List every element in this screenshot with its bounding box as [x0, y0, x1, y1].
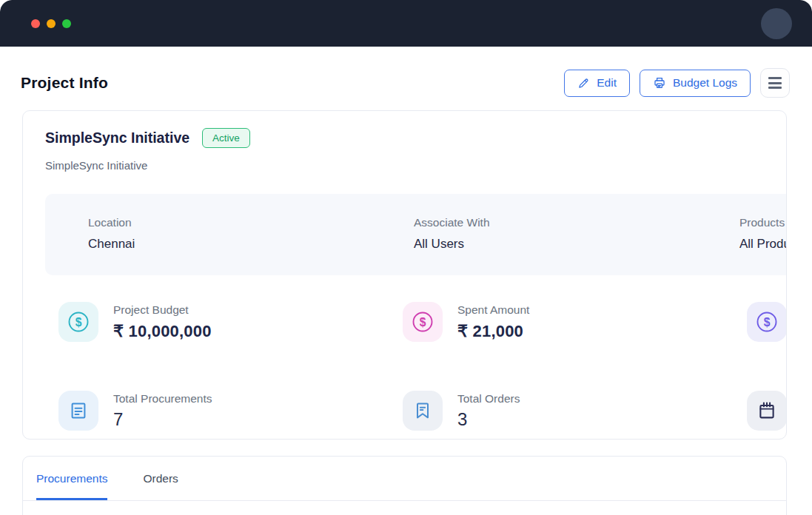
- dollar-circle-icon: $: [747, 302, 787, 342]
- minimize-window-button[interactable]: [47, 19, 56, 28]
- stat-label: Total Orders: [457, 391, 520, 405]
- user-avatar[interactable]: [761, 8, 792, 39]
- project-description: SimpleSync Initiative: [23, 148, 786, 172]
- detail-tabs-card: Procurements Orders: [22, 456, 787, 515]
- detail-products: Products All Products: [739, 216, 787, 252]
- stat-value: ₹ 21,000: [457, 322, 529, 341]
- detail-label: Location: [88, 216, 414, 229]
- document-icon: [58, 391, 98, 431]
- stat-spent-amount: $ Spent Amount ₹ 21,000: [403, 302, 747, 342]
- page-header: Project Info Edit: [0, 47, 812, 110]
- zoom-window-button[interactable]: [62, 19, 71, 28]
- stat-value: 7: [113, 409, 212, 430]
- stat-value: ₹ 10,000,000: [113, 322, 212, 341]
- dollar-circle-icon: $: [58, 302, 98, 342]
- detail-value: All Users: [414, 237, 739, 252]
- bookmark-icon: [403, 391, 443, 431]
- detail-location: Location Chennai: [88, 216, 414, 252]
- project-stats: $ Project Budget ₹ 10,000,000 $ Spent Am…: [58, 302, 787, 431]
- svg-text:$: $: [420, 316, 426, 329]
- stat-label: Total Procurements: [113, 391, 212, 405]
- stat-label: Project Budget: [113, 302, 212, 317]
- tab-orders[interactable]: Orders: [143, 457, 178, 500]
- budget-logs-button-label: Budget Logs: [673, 76, 737, 90]
- detail-value: Chennai: [88, 237, 414, 252]
- edit-button[interactable]: Edit: [564, 70, 630, 97]
- stat-value: 3: [457, 409, 520, 430]
- tabs-row: Procurements Orders: [23, 457, 786, 501]
- window-controls: [31, 19, 71, 28]
- close-window-button[interactable]: [31, 19, 40, 28]
- tab-procurements[interactable]: Procurements: [36, 457, 107, 500]
- detail-associate-with: Associate With All Users: [414, 216, 739, 252]
- stat-total-orders: Total Orders 3: [403, 391, 747, 431]
- stat-label: Spent Amount: [457, 302, 529, 317]
- pencil-icon: [577, 77, 590, 90]
- project-details-band: Location Chennai Associate With All User…: [45, 194, 787, 275]
- budget-logs-button[interactable]: Budget Logs: [640, 70, 751, 97]
- stat-total-procurements: Total Procurements 7: [58, 391, 403, 431]
- stat-project-budget: $ Project Budget ₹ 10,000,000: [58, 302, 403, 342]
- svg-text:$: $: [76, 316, 82, 329]
- calendar-icon: [747, 391, 787, 431]
- detail-label: Associate With: [414, 216, 739, 229]
- printer-log-icon: [653, 76, 666, 90]
- stat-clipped-budget: $: [747, 302, 787, 342]
- status-badge: Active: [202, 128, 250, 148]
- dollar-circle-icon: $: [403, 302, 443, 342]
- header-actions: Edit Budget Logs: [564, 68, 790, 98]
- detail-value: All Products: [739, 237, 787, 252]
- project-name: SimpleSync Initiative: [45, 129, 189, 147]
- detail-label: Products: [739, 216, 787, 229]
- page-title: Project Info: [21, 74, 108, 92]
- project-info-card: SimpleSync Initiative Active SimpleSync …: [22, 110, 787, 440]
- menu-button[interactable]: [760, 68, 790, 98]
- edit-button-label: Edit: [597, 76, 617, 90]
- hamburger-icon: [768, 77, 782, 89]
- svg-text:$: $: [764, 316, 771, 329]
- window-titlebar: [0, 0, 812, 47]
- app-window: Project Info Edit: [0, 0, 812, 515]
- stat-clipped-date: [747, 391, 787, 431]
